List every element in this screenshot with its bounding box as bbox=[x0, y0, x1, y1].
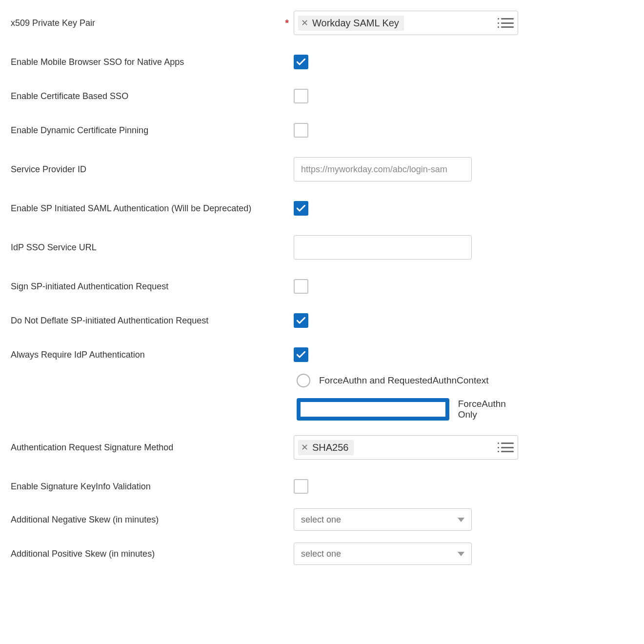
no-deflate-label: Do Not Deflate SP-initiated Authenticati… bbox=[11, 316, 208, 326]
radio-label-1: ForceAuthn and RequestedAuthnContext bbox=[319, 375, 489, 386]
remove-chip-icon[interactable]: ✕ bbox=[301, 443, 308, 452]
chevron-down-icon bbox=[458, 552, 464, 556]
remove-chip-icon[interactable]: ✕ bbox=[301, 19, 308, 27]
keyinfo-checkbox[interactable] bbox=[294, 479, 308, 494]
neg-skew-select[interactable]: select one bbox=[294, 508, 472, 531]
mobile-sso-checkbox[interactable] bbox=[294, 55, 308, 69]
sp-id-label: Service Provider ID bbox=[11, 164, 86, 175]
chevron-down-icon bbox=[458, 518, 464, 522]
radio-icon bbox=[297, 374, 310, 387]
x509-chip[interactable]: ✕ Workday SAML Key bbox=[298, 16, 404, 31]
required-mark: * bbox=[285, 18, 289, 29]
sign-sp-label: Sign SP-initiated Authentication Request bbox=[11, 282, 168, 292]
x509-label: x509 Private Key Pair bbox=[11, 18, 95, 28]
neg-skew-placeholder: select one bbox=[301, 515, 341, 525]
no-deflate-checkbox[interactable] bbox=[294, 313, 308, 328]
sign-sp-checkbox[interactable] bbox=[294, 279, 308, 294]
radio-forceauthn-only[interactable]: ForceAuthn Only bbox=[297, 398, 516, 421]
sp-init-checkbox[interactable] bbox=[294, 201, 308, 216]
cert-sso-label: Enable Certificate Based SSO bbox=[11, 91, 128, 101]
always-idp-label: Always Require IdP Authentication bbox=[11, 350, 145, 360]
cert-sso-checkbox[interactable] bbox=[294, 89, 308, 103]
sig-method-chip[interactable]: ✕ SHA256 bbox=[298, 440, 354, 455]
sig-method-label: Authentication Request Signature Method bbox=[11, 443, 173, 453]
idp-url-input[interactable] bbox=[294, 235, 472, 260]
idp-url-label: IdP SSO Service URL bbox=[11, 242, 97, 253]
pos-skew-label: Additional Positive Skew (in minutes) bbox=[11, 549, 155, 559]
list-icon[interactable] bbox=[501, 18, 514, 28]
dyn-pin-checkbox[interactable] bbox=[294, 123, 308, 138]
pos-skew-select[interactable]: select one bbox=[294, 543, 472, 565]
keyinfo-label: Enable Signature KeyInfo Validation bbox=[11, 482, 151, 492]
x509-chip-text: Workday SAML Key bbox=[312, 18, 399, 29]
neg-skew-label: Additional Negative Skew (in minutes) bbox=[11, 515, 159, 525]
mobile-sso-label: Enable Mobile Browser SSO for Native App… bbox=[11, 57, 184, 67]
always-idp-checkbox[interactable] bbox=[294, 347, 308, 362]
sig-method-chip-text: SHA256 bbox=[312, 442, 349, 453]
sp-init-label: Enable SP Initiated SAML Authentication … bbox=[11, 203, 251, 214]
sp-id-input[interactable] bbox=[294, 157, 472, 181]
sig-method-select[interactable]: ✕ SHA256 bbox=[294, 435, 518, 460]
radio-label-2: ForceAuthn Only bbox=[458, 399, 516, 420]
dyn-pin-label: Enable Dynamic Certificate Pinning bbox=[11, 125, 148, 136]
pos-skew-placeholder: select one bbox=[301, 549, 341, 559]
list-icon[interactable] bbox=[501, 443, 514, 452]
radio-forceauthn-context[interactable]: ForceAuthn and RequestedAuthnContext bbox=[297, 374, 516, 387]
x509-keypair-select[interactable]: ✕ Workday SAML Key bbox=[294, 11, 518, 35]
radio-icon bbox=[297, 398, 449, 421]
